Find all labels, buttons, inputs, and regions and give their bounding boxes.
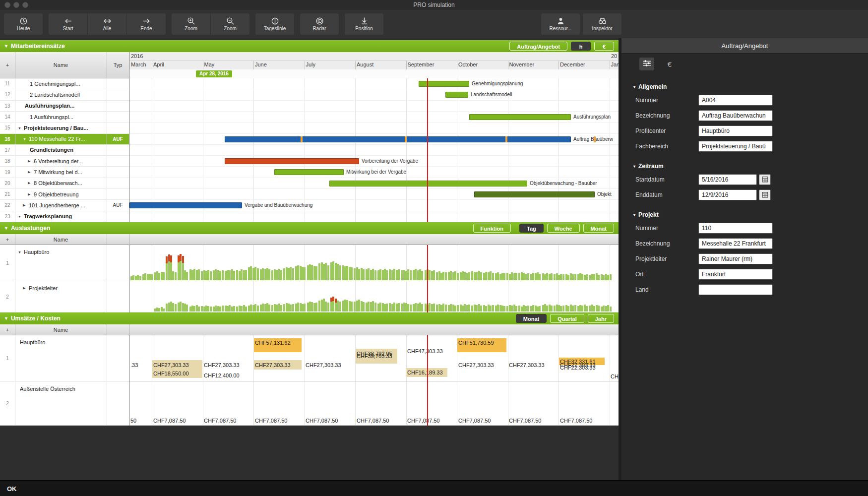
row-name-cell[interactable]: ▶6 Vorbereitung der...	[15, 156, 107, 166]
gantt-bar-ausf-hrungsplan[interactable]	[469, 114, 571, 120]
field-input-profitcenter[interactable]	[698, 125, 773, 136]
row-name-cell[interactable]: 1 Genehmigungspl...	[15, 78, 107, 89]
toolbar-button-start[interactable]: Start	[49, 13, 87, 35]
gantt-bar-vergabe-und-bau-berwachung[interactable]	[129, 202, 242, 208]
gantt-bar-auftrag-bau-berw[interactable]	[225, 136, 571, 142]
milestone-marker[interactable]	[405, 136, 407, 142]
chevron-down-icon[interactable]: ▼	[23, 137, 26, 141]
table-row[interactable]: 2Außenstelle Österreich	[0, 382, 129, 426]
calendar-picker-button[interactable]	[759, 189, 771, 200]
chevron-right-icon[interactable]: ▶	[23, 286, 25, 290]
row-name-cell[interactable]: Außenstelle Österreich	[15, 382, 107, 425]
table-row[interactable]: 19▶7 Mitwirkung bei d...	[0, 167, 129, 178]
timeline-header[interactable]: 2016 20 MarchAprilMayJuneJulyAugustSepte…	[129, 52, 619, 78]
row-name-cell[interactable]: ▼110 Messehalle 22 Fr...	[15, 134, 107, 144]
table-row[interactable]: 18▶6 Vorbereitung der...	[0, 156, 129, 167]
row-name-cell[interactable]: Grundleistungen	[15, 145, 107, 155]
toolbar-button-radar[interactable]: Radar	[300, 13, 339, 35]
calendar-picker-button[interactable]	[759, 174, 771, 185]
utilization-button-woche[interactable]: Woche	[547, 224, 580, 233]
toolbar-button-heute[interactable]: Heute	[4, 13, 43, 35]
table-row[interactable]: 16▼110 Messehalle 22 Fr...AUF	[0, 134, 129, 145]
toolbar-button-zoom[interactable]: Zoom	[211, 13, 249, 35]
chevron-right-icon[interactable]: ▶	[28, 192, 30, 196]
row-name-cell[interactable]: 1 Ausführungspl...	[15, 112, 107, 122]
milestone-marker[interactable]	[594, 136, 596, 142]
toolbar-button-zoom[interactable]: Zoom	[172, 13, 210, 35]
toolbar-button-alle[interactable]: Alle	[88, 13, 126, 35]
chevron-right-icon[interactable]: ▶	[28, 159, 30, 163]
table-row[interactable]: 23▼Tragwerksplanung	[0, 211, 129, 222]
toolbar-button-ende[interactable]: Ende	[127, 13, 166, 35]
field-input-startdatum[interactable]	[698, 174, 757, 185]
utilization-button-tag[interactable]: Tag	[519, 224, 544, 233]
chevron-down-icon[interactable]: ▾	[633, 85, 635, 89]
add-row-column-header[interactable]: +	[0, 234, 15, 245]
chevron-down-icon[interactable]: ▾	[633, 164, 635, 169]
table-row[interactable]: 22▶101 Jugendherberge ...AUF	[0, 200, 129, 211]
gantt-bar-vorbereitung-der-vergabe[interactable]	[225, 158, 359, 164]
chevron-down-icon[interactable]: ▼	[18, 250, 21, 254]
milestone-marker[interactable]	[301, 136, 303, 142]
gantt-bar-landschaftsmodell[interactable]	[445, 92, 468, 98]
toolbar-button-position[interactable]: Position	[345, 13, 383, 35]
toolbar-button-inspektor[interactable]: Inspektor	[583, 13, 621, 35]
row-name-cell[interactable]: 2 Landschaftsmodell	[15, 89, 107, 100]
name-column-header[interactable]: Name	[15, 52, 107, 78]
table-row[interactable]: 21▶9 Objektbetreuung	[0, 189, 129, 200]
add-row-column-header[interactable]: +	[0, 52, 15, 78]
row-name-cell[interactable]: ▶9 Objektbetreuung	[15, 189, 107, 199]
milestone-marker[interactable]	[505, 136, 507, 142]
gantt-bar-objekt-berwachung-bau-ber[interactable]	[329, 181, 527, 186]
row-name-cell[interactable]: Ausführungsplan...	[15, 101, 107, 111]
utilization-canvas[interactable]	[129, 245, 619, 312]
toolbar-button-ressour[interactable]: Ressour...	[541, 13, 580, 35]
chevron-down-icon[interactable]: ▼	[18, 215, 21, 218]
costs-button-monat[interactable]: Monat	[516, 314, 547, 323]
chevron-right-icon[interactable]: ▶	[28, 170, 30, 174]
chevron-right-icon[interactable]: ▶	[23, 203, 25, 207]
table-row[interactable]: 1Hauptbüro	[0, 335, 129, 382]
row-name-cell[interactable]: ▶8 Objektüberwach...	[15, 178, 107, 188]
costs-button-quartal[interactable]: Quartal	[550, 314, 584, 323]
field-input-enddatum[interactable]	[698, 189, 757, 200]
name-column-header[interactable]: Name	[15, 324, 107, 335]
row-name-cell[interactable]: ▶101 Jugendherberge ...	[15, 200, 107, 210]
gantt-bar-mitwirkung-bei-der-vergabe[interactable]	[274, 169, 344, 175]
table-row[interactable]: 15▼Projektsteuerung / Bau...	[0, 123, 129, 133]
costs-button-jahr[interactable]: Jahr	[588, 314, 614, 323]
gantt-button-h[interactable]: h	[571, 42, 591, 51]
gantt-button-x[interactable]: €	[594, 42, 614, 51]
table-row[interactable]: 17Grundleistungen	[0, 145, 129, 156]
gantt-canvas[interactable]: GenehmigungsplanungLandschaftsmodellAusf…	[129, 78, 619, 222]
chevron-right-icon[interactable]: ▶	[28, 181, 30, 185]
gantt-bar-objekt[interactable]	[474, 191, 595, 197]
field-input-fachbereich[interactable]	[698, 141, 773, 152]
field-input-projektleiter[interactable]	[698, 253, 773, 264]
table-row[interactable]: 141 Ausführungspl...	[0, 112, 129, 123]
field-input-bezeichnung[interactable]	[698, 238, 773, 249]
chevron-down-icon[interactable]: ▼	[18, 126, 21, 129]
gantt-bar-genehmigungsplanung[interactable]	[419, 81, 469, 87]
add-row-column-header[interactable]: +	[0, 324, 15, 335]
table-row[interactable]: 20▶8 Objektüberwach...	[0, 178, 129, 189]
field-input-nummer[interactable]	[698, 95, 773, 106]
field-input-land[interactable]	[698, 284, 773, 295]
row-name-cell[interactable]: Hauptbüro	[15, 335, 107, 381]
utilization-button-funktion[interactable]: Funktion	[473, 224, 511, 233]
field-input-nummer[interactable]	[698, 223, 773, 234]
table-row[interactable]: 1▼Hauptbüro	[0, 245, 129, 281]
inspector-tab-parameters[interactable]	[639, 58, 654, 70]
row-name-cell[interactable]: ▼Projektsteuerung / Bau...	[15, 123, 107, 133]
gantt-button-auftrag-angebot[interactable]: Auftrag/Angebot	[509, 42, 567, 51]
table-row[interactable]: 13Ausführungsplan...	[0, 101, 129, 112]
collapse-triangle-icon[interactable]: ▼	[4, 226, 8, 231]
table-row[interactable]: 111 Genehmigungspl...	[0, 78, 129, 89]
collapse-triangle-icon[interactable]: ▼	[4, 44, 8, 49]
row-name-cell[interactable]: ▼Hauptbüro	[15, 245, 107, 281]
toolbar-button-tageslinie[interactable]: Tageslinie	[255, 13, 294, 35]
inspector-tab-finance[interactable]: €	[662, 58, 677, 70]
chevron-down-icon[interactable]: ▾	[633, 213, 635, 217]
row-name-cell[interactable]: ▶7 Mitwirkung bei d...	[15, 167, 107, 177]
collapse-triangle-icon[interactable]: ▼	[4, 316, 8, 321]
